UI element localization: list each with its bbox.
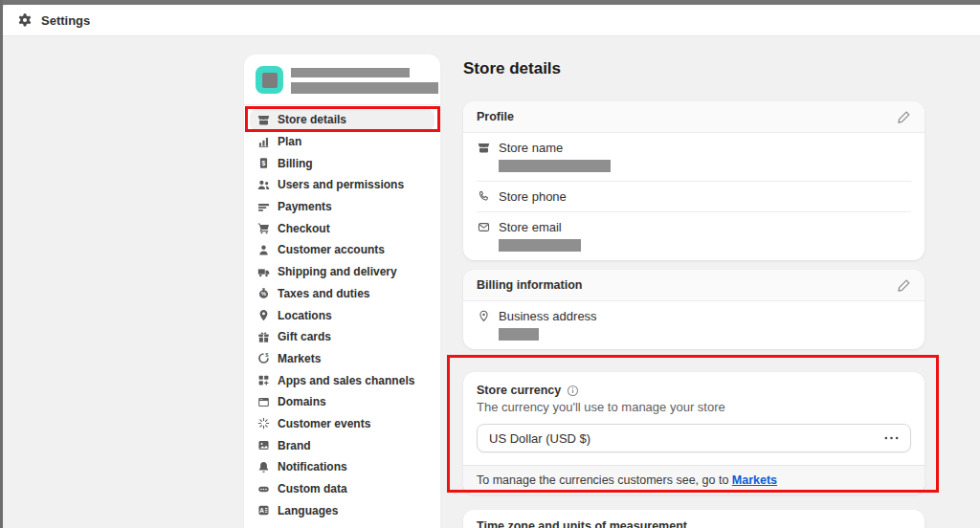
sidebar-item-markets[interactable]: $Markets (250, 348, 434, 370)
svg-text:A: A (259, 507, 264, 514)
markets-link[interactable]: Markets (732, 473, 777, 487)
currency-footer-text: To manage the currencies customers see, … (477, 473, 732, 487)
store-avatar (256, 66, 283, 94)
sidebar-item-shipping-and-delivery[interactable]: Shipping and delivery (250, 261, 434, 283)
page-title: Store details (463, 59, 924, 78)
field-row-business-address: Business address (463, 301, 924, 349)
main-content: Store details Profile Store nameStore ph… (463, 59, 924, 528)
sidebar-item-locations[interactable]: Locations (250, 304, 434, 326)
svg-text:$: $ (265, 353, 269, 359)
timezone-card: Time zone and units of measurement (463, 510, 924, 528)
email-icon (477, 220, 491, 252)
sidebar-item-label: Plan (278, 135, 301, 148)
billing-card-body: Business address (463, 301, 924, 349)
store-header-bars (291, 66, 438, 94)
payments-icon (256, 201, 270, 213)
bell-icon (256, 461, 270, 473)
card-title: Billing information (477, 278, 582, 292)
sidebar-item-domains[interactable]: Domains (250, 391, 434, 413)
card-title: Time zone and units of measurement (477, 519, 687, 528)
pencil-icon[interactable] (897, 278, 911, 293)
sidebar-item-taxes-and-duties[interactable]: %Taxes and duties (250, 283, 434, 305)
sidebar-item-languages[interactable]: ALanguages (250, 499, 434, 521)
browser-window-icon (256, 396, 270, 408)
sidebar-item-label: Taxes and duties (278, 287, 369, 300)
sidebar-item-label: Apps and sales channels (278, 374, 414, 387)
storefront-icon (256, 114, 270, 126)
field-label: Business address (499, 309, 597, 323)
field-label: Store name (499, 141, 611, 155)
sidebar-item-customer-accounts[interactable]: Customer accounts (250, 239, 434, 261)
sidebar-item-notifications[interactable]: Notifications (250, 456, 434, 478)
store-name-redaction-bar (291, 68, 410, 77)
phone-icon (477, 189, 491, 204)
timezone-card-header: Time zone and units of measurement (463, 510, 924, 528)
sidebar-item-label: Notifications (278, 460, 347, 473)
gift-card-icon (256, 331, 270, 343)
burst-icon (256, 417, 270, 429)
sidebar-item-customer-events[interactable]: Customer events (250, 413, 434, 435)
sidebar-item-label: Domains (278, 395, 326, 408)
sidebar-item-label: Store details (278, 113, 346, 126)
currency-card-title: Store currency (477, 384, 561, 397)
sidebar-item-gift-cards[interactable]: Gift cards (250, 326, 434, 348)
selected-currency-value: US Dollar (USD $) (489, 431, 590, 446)
globe-dollar-icon: $ (256, 352, 270, 364)
info-icon[interactable] (567, 385, 579, 397)
sidebar-item-store-details[interactable]: Store details (250, 109, 434, 131)
field-row-store-phone: Store phone (463, 182, 924, 211)
redacted-value-bar (499, 160, 611, 172)
sidebar-item-checkout[interactable]: Checkout (250, 217, 434, 239)
field-label: Store email (499, 220, 581, 234)
card-title: Profile (477, 110, 514, 123)
field-label: Store phone (499, 189, 567, 204)
settings-window: Settings Store detailsPlan$BillingUsers … (0, 0, 980, 528)
store-currency-select[interactable]: US Dollar (USD $) (477, 424, 911, 452)
sidebar-item-label: Shipping and delivery (278, 265, 397, 278)
sidebar-item-apps-and-sales-channels[interactable]: Apps and sales channels (250, 369, 434, 391)
plan-icon (256, 136, 270, 148)
store-header[interactable] (244, 55, 440, 104)
pencil-icon[interactable] (897, 110, 911, 124)
sidebar-item-label: Gift cards (278, 330, 331, 343)
profile-card-body: Store nameStore phoneStore email (463, 133, 924, 260)
sidebar-item-payments[interactable]: Payments (250, 196, 434, 218)
store-domain-redaction-bar (291, 82, 438, 94)
sidebar-item-users-and-permissions[interactable]: Users and permissions (250, 174, 434, 196)
sidebar-item-label: Brand (278, 439, 311, 452)
sidebar-item-billing[interactable]: $Billing (250, 152, 434, 174)
sidebar-item-label: Checkout (278, 222, 330, 235)
data-pill-icon (256, 483, 270, 495)
sidebar-item-custom-data[interactable]: Custom data (250, 478, 434, 500)
topbar: Settings (3, 5, 980, 36)
tax-bag-icon: % (256, 287, 270, 299)
ellipsis-icon[interactable] (884, 436, 899, 440)
avatar-placeholder (262, 73, 278, 88)
sidebar-item-label: Custom data (278, 482, 347, 495)
truck-icon (256, 266, 270, 278)
field-row-store-email: Store email (463, 212, 924, 260)
currency-subtitle: The currency you'll use to manage your s… (477, 400, 911, 414)
person-icon (256, 244, 270, 256)
sidebar-item-label: Customer events (278, 417, 370, 430)
apps-grid-icon (256, 374, 270, 386)
topbar-title: Settings (41, 13, 90, 28)
billing-card-header: Billing information (463, 270, 924, 301)
sidebar-item-label: Locations (278, 309, 332, 322)
svg-text:$: $ (261, 160, 265, 167)
storefront-outline-icon (477, 141, 491, 172)
currency-card-footer: To manage the currencies customers see, … (463, 465, 924, 495)
sidebar-item-brand[interactable]: Brand (250, 434, 434, 456)
field-row-store-name: Store name (463, 133, 924, 181)
window-frame-left (0, 0, 3, 528)
checkout-cart-icon (256, 222, 270, 234)
svg-text:%: % (260, 292, 265, 297)
sidebar-item-label: Billing (278, 157, 313, 170)
sidebar-item-plan[interactable]: Plan (250, 131, 434, 153)
sidebar-item-label: Payments (278, 200, 332, 213)
profile-card: Profile Store nameStore phoneStore email (463, 101, 924, 260)
sidebar-nav: Store detailsPlan$BillingUsers and permi… (244, 105, 440, 521)
redacted-value-bar (499, 328, 539, 341)
billing-card: Billing information Business address (463, 270, 924, 349)
image-icon (256, 439, 270, 451)
